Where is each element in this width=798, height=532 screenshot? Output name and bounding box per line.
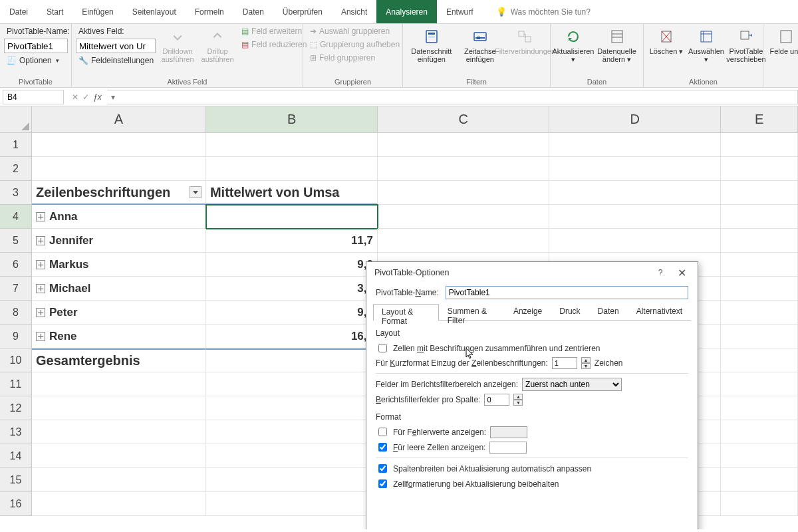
insert-timeline-button[interactable]: Zeitachse einfügen [459,25,501,63]
cell[interactable] [32,468,206,492]
dlg-tab-daten[interactable]: Daten [589,303,628,320]
collapse-field-button[interactable]: ▤ Feld reduzieren [239,39,309,51]
select-all-corner[interactable] [0,106,32,133]
fields-button[interactable]: Felde und [767,25,798,55]
cell[interactable]: 9,0 [206,253,378,277]
cell[interactable] [721,372,798,396]
row-header[interactable]: 4 [0,205,32,229]
cell[interactable]: Markus [32,253,206,277]
cell[interactable]: 16,3 [206,325,378,348]
pivot-name-input[interactable] [4,39,68,53]
expand-field-button[interactable]: ▤ Feld erweitern [239,25,309,37]
tab-seitenlayout[interactable]: Seitenlayout [123,0,186,23]
cell[interactable] [549,181,721,205]
cell[interactable] [721,325,798,348]
expand-row-icon[interactable] [36,236,45,245]
cell[interactable] [32,444,206,468]
tab-datei[interactable]: Datei [0,0,37,23]
cell[interactable]: 3,4 [206,277,378,301]
cell[interactable] [721,205,798,229]
tab-analysieren[interactable]: Analysieren [376,0,437,23]
row-header[interactable]: 2 [0,157,32,181]
row-header[interactable]: 13 [0,420,32,444]
change-source-button[interactable]: Datenquelle ändern ▾ [595,25,639,63]
empty-cells-input[interactable] [489,442,527,454]
accept-formula-icon[interactable]: ✓ [82,92,89,102]
autofit-checkbox[interactable]: Spaltenbreiten bei Aktualisierung automa… [376,462,591,475]
expand-row-icon[interactable] [36,308,45,317]
row-header[interactable]: 5 [0,229,32,253]
tab-formeln[interactable]: Formeln [186,0,233,23]
refresh-button[interactable]: Aktualisieren ▾ [555,25,592,63]
cell[interactable]: Michael [32,277,206,301]
cell[interactable] [721,229,798,253]
clear-button[interactable]: Löschen ▾ [648,25,685,55]
cell[interactable] [721,181,798,205]
filterarea-select[interactable]: Zuerst nach unten [522,378,622,391]
cell[interactable] [721,444,798,468]
cell[interactable]: Anna [32,205,206,229]
error-values-checkbox[interactable]: Für Fehlerwerte anzeigen: [376,426,486,438]
group-selection-button[interactable]: ➔Auswahl gruppieren [307,25,402,37]
cell[interactable] [549,229,721,253]
cell[interactable] [549,205,721,229]
dlg-tab-alt[interactable]: Alternativtext [628,303,691,320]
name-box[interactable]: ▾ [3,90,64,104]
field-settings-button[interactable]: 🔧 Feldeinstellungen [76,55,156,66]
cell[interactable]: Jennifer [32,229,206,253]
filterperc-spinner[interactable]: ▲▼ [513,394,523,406]
row-header[interactable]: 8 [0,301,32,325]
row-filter-button[interactable] [190,186,201,198]
row-header[interactable]: 14 [0,444,32,468]
tab-einfuegen[interactable]: Einfügen [72,0,122,23]
empty-cells-checkbox[interactable]: Für leere Zellen anzeigen: [376,441,485,454]
expand-row-icon[interactable] [36,332,45,341]
tab-start[interactable]: Start [37,0,72,23]
select-button[interactable]: Auswählen ▾ [688,25,725,63]
cell[interactable]: Mittelwert von Umsa [206,181,378,205]
ungroup-button[interactable]: ⬚Gruppierung aufheben [307,39,402,51]
expand-row-icon[interactable] [36,260,45,269]
fx-icon[interactable]: ƒx [93,92,102,102]
row-header[interactable]: 12 [0,396,32,420]
tab-entwurf[interactable]: Entwurf [437,0,483,23]
cell[interactable] [721,277,798,301]
cell[interactable] [378,205,549,229]
cell[interactable] [721,468,798,492]
cell[interactable] [32,396,206,420]
drillup-button[interactable]: Drillup ausführen [199,25,236,63]
dlg-tab-anzeige[interactable]: Anzeige [505,303,551,320]
cell[interactable] [378,157,549,181]
expand-row-icon[interactable] [36,284,45,293]
cell[interactable] [721,133,798,157]
active-field-input[interactable] [76,39,156,53]
cell[interactable]: Gesamtergebnis [32,348,206,372]
formula-input[interactable] [107,90,798,104]
col-header-d[interactable]: D [549,106,721,133]
merge-cells-checkbox[interactable]: Zellen mit Beschriftungen zusammenführen… [376,342,600,354]
cell[interactable] [206,492,378,516]
cell[interactable] [721,253,798,277]
row-header[interactable]: 9 [0,325,32,348]
indent-input[interactable] [552,357,577,369]
keepformat-checkbox[interactable]: Zellformatierung bei Aktualisierung beib… [376,477,559,490]
cell[interactable] [206,157,378,181]
cell[interactable] [206,468,378,492]
expand-row-icon[interactable] [36,212,45,221]
cell[interactable]: Rene [32,325,206,348]
close-button[interactable]: ✕ [671,265,692,281]
col-header-e[interactable]: E [721,106,798,133]
cell[interactable] [721,301,798,325]
dlg-tab-druck[interactable]: Druck [551,303,589,320]
dlg-tab-summen[interactable]: Summen & Filter [439,303,505,320]
row-header[interactable]: 7 [0,277,32,301]
cell[interactable] [206,205,378,229]
cell[interactable] [721,157,798,181]
cell[interactable] [206,444,378,468]
cell[interactable]: Peter [32,301,206,325]
cell[interactable] [206,420,378,444]
cell[interactable] [206,396,378,420]
cell[interactable] [32,133,206,157]
cell[interactable]: Zeilenbeschriftungen [32,181,206,205]
filter-connections-button[interactable]: Filterverbindungen [504,25,546,55]
